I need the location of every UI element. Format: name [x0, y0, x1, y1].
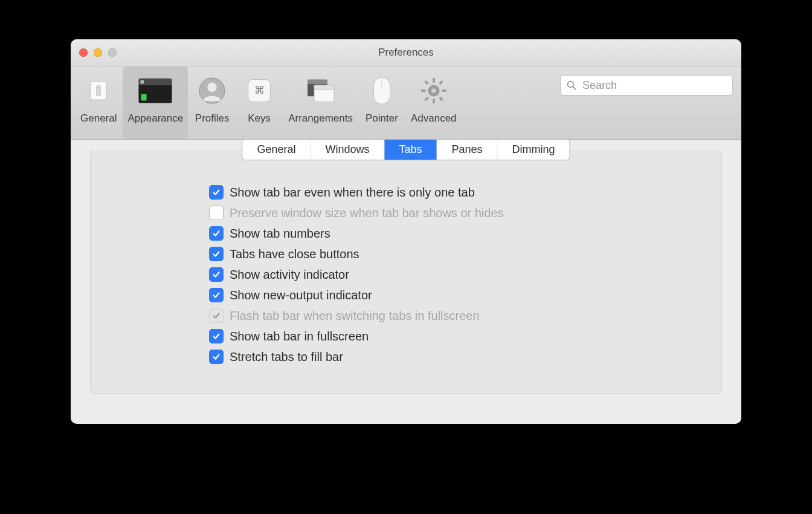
checkbox-stretch-tabs[interactable] — [209, 350, 224, 364]
toolbar-label: General — [80, 112, 117, 125]
svg-rect-22 — [442, 89, 446, 92]
toolbar-item-pointer[interactable]: Pointer — [359, 67, 405, 139]
checkbox-list: Show tab bar even when there is only one… — [91, 151, 721, 379]
svg-line-29 — [573, 86, 575, 89]
toolbar-item-appearance[interactable]: Appearance — [123, 67, 188, 139]
checkbox-show-tab-numbers[interactable] — [209, 226, 224, 241]
svg-rect-19 — [433, 78, 435, 83]
svg-text:⌘: ⌘ — [254, 85, 265, 96]
svg-rect-25 — [439, 80, 443, 85]
toolbar-item-general[interactable]: General — [76, 67, 121, 139]
checkbox-show-activity[interactable] — [209, 267, 224, 282]
toolbar-item-arrangements[interactable]: Arrangements — [283, 67, 358, 139]
checkbox-row-show-tab-bar-one-tab: Show tab bar even when there is only one… — [209, 185, 712, 200]
toolbar-item-keys[interactable]: ⌘ Keys — [236, 67, 282, 139]
search-input[interactable] — [581, 79, 726, 93]
checkbox-label: Show tab bar in fullscreen — [230, 330, 369, 343]
checkbox-row-preserve-window-size: Preserve window size when tab bar shows … — [209, 206, 712, 220]
gear-icon — [416, 73, 452, 109]
svg-rect-24 — [439, 97, 443, 101]
toolbar-label: Pointer — [366, 112, 398, 125]
arrangements-icon — [303, 73, 339, 109]
checkbox-show-new-output[interactable] — [209, 288, 224, 302]
traffic-lights — [71, 48, 117, 57]
svg-rect-21 — [421, 89, 426, 92]
keys-icon: ⌘ — [241, 73, 277, 109]
svg-point-27 — [431, 88, 436, 93]
checkbox-row-tab-bar-fullscreen: Show tab bar in fullscreen — [209, 329, 712, 343]
checkbox-row-flash-tab-bar: Flash tab bar when switching tabs in ful… — [209, 308, 712, 323]
appearance-icon — [137, 73, 173, 109]
window-title: Preferences — [71, 47, 741, 59]
tab-tabs[interactable]: Tabs — [384, 140, 437, 160]
general-icon — [80, 73, 117, 109]
toolbar-label: Advanced — [411, 112, 457, 125]
tab-general[interactable]: General — [242, 140, 311, 160]
svg-rect-1 — [97, 86, 101, 96]
svg-point-28 — [568, 82, 574, 88]
checkbox-label: Preserve window size when tab bar shows … — [230, 206, 504, 220]
svg-rect-15 — [314, 85, 334, 89]
tab-windows[interactable]: Windows — [311, 140, 384, 160]
toolbar-item-profiles[interactable]: Profiles — [189, 67, 235, 139]
titlebar: Preferences — [71, 39, 741, 67]
checkbox-label: Show tab numbers — [230, 227, 330, 241]
checkbox-tabs-close-buttons[interactable] — [209, 247, 224, 261]
tab-dimming[interactable]: Dimming — [498, 140, 570, 160]
svg-rect-20 — [433, 99, 435, 103]
svg-rect-26 — [424, 97, 428, 101]
checkbox-label: Tabs have close buttons — [230, 247, 359, 261]
checkbox-row-stretch-tabs: Stretch tabs to fill bar — [209, 350, 712, 364]
profiles-icon — [194, 73, 230, 109]
toolbar-item-advanced[interactable]: Advanced — [406, 67, 462, 139]
search-icon — [567, 80, 576, 90]
svg-rect-23 — [424, 80, 428, 85]
svg-rect-13 — [308, 80, 327, 84]
checkbox-label: Flash tab bar when switching tabs in ful… — [230, 309, 480, 323]
checkbox-row-show-activity: Show activity indicator — [209, 267, 712, 282]
checkbox-label: Stretch tabs to fill bar — [230, 350, 343, 364]
toolbar-label: Arrangements — [288, 112, 353, 125]
checkbox-label: Show new-output indicator — [230, 288, 372, 302]
checkbox-tab-bar-fullscreen[interactable] — [209, 329, 224, 343]
checkbox-label: Show tab bar even when there is only one… — [230, 186, 475, 200]
svg-rect-4 — [141, 80, 144, 83]
checkbox-row-tabs-close-buttons: Tabs have close buttons — [209, 247, 712, 261]
checkbox-flash-tab-bar — [209, 308, 224, 323]
checkbox-row-show-new-output: Show new-output indicator — [209, 288, 712, 302]
minimize-button[interactable] — [94, 48, 102, 57]
content-area: General Windows Tabs Panes Dimming Show … — [71, 140, 741, 408]
pointer-icon — [364, 73, 400, 109]
toolbar-label: Keys — [248, 112, 271, 125]
tab-panes[interactable]: Panes — [437, 140, 498, 160]
zoom-button[interactable] — [108, 48, 117, 57]
checkbox-preserve-window-size — [209, 206, 224, 220]
search-field[interactable] — [560, 75, 733, 96]
preferences-window: Preferences General — [71, 39, 741, 424]
checkbox-show-tab-bar-one-tab[interactable] — [209, 185, 224, 200]
toolbar: General Appearance — [71, 67, 741, 140]
close-button[interactable] — [79, 48, 88, 57]
toolbar-label: Profiles — [195, 112, 230, 125]
settings-panel: General Windows Tabs Panes Dimming Show … — [90, 151, 722, 394]
checkbox-label: Show activity indicator — [230, 268, 349, 282]
svg-rect-6 — [141, 94, 147, 100]
toolbar-label: Appearance — [127, 112, 183, 125]
svg-point-8 — [208, 83, 217, 92]
checkbox-row-show-tab-numbers: Show tab numbers — [209, 226, 712, 241]
segmented-tabs: General Windows Tabs Panes Dimming — [242, 139, 570, 160]
